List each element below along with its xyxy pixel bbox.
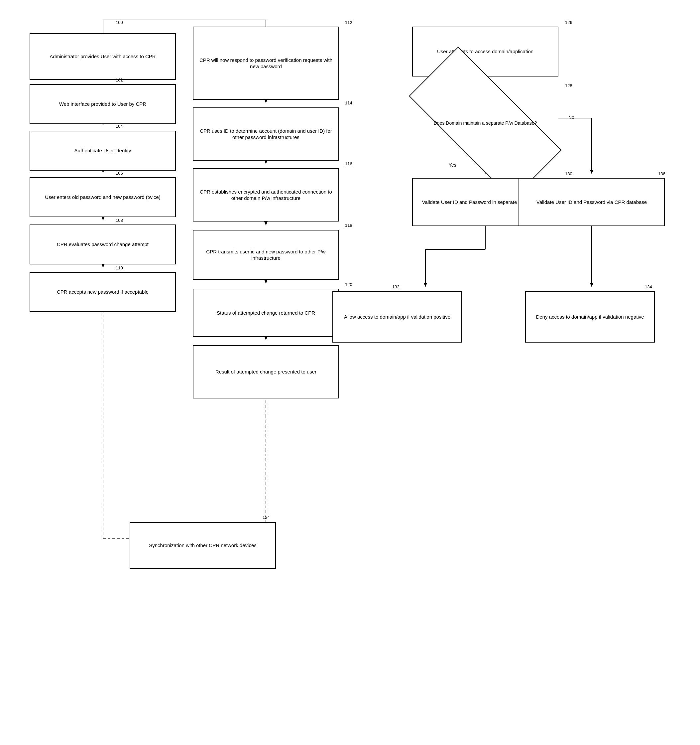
ref-136: 136 [658,171,666,176]
flowchart: 100 Administrator provides User with acc… [0,0,700,745]
box-106: User enters old password and new passwor… [30,177,176,217]
box-122: Result of attempted change presented to … [193,345,339,398]
ref-126: 126 [565,20,572,25]
ref-100: 100 [116,20,123,25]
no-label: No [569,115,575,120]
box-132: Allow access to domain/app if validation… [332,291,462,343]
svg-marker-27 [264,280,267,284]
box-110: CPR accepts new password if acceptable [30,272,176,312]
diamond-128: Does Domain maintain a separate P/w Data… [412,88,558,158]
ref-118: 118 [345,223,352,228]
ref-114: 114 [345,100,352,105]
svg-marker-25 [264,221,267,226]
ref-124: 124 [263,515,270,520]
box-108: CPR evaluates password change attempt [30,224,176,265]
box-112: CPR will now respond to password verific… [193,27,339,100]
ref-130: 130 [565,171,572,176]
ref-112: 112 [345,20,352,25]
ref-106: 106 [116,171,123,176]
ref-116: 116 [345,161,352,166]
box-104: Authenticate User identity [30,131,176,171]
box-100: Administrator provides User with access … [30,33,176,80]
box-124: Synchronization with other CPR network d… [130,522,276,569]
ref-110: 110 [116,265,123,271]
box-134: Deny access to domain/app if validation … [525,291,655,343]
svg-marker-53 [590,283,593,287]
ref-128: 128 [565,83,572,88]
svg-marker-46 [590,170,593,174]
ref-134: 134 [645,284,652,289]
ref-102: 102 [116,78,123,82]
ref-108: 108 [116,218,123,223]
ref-104: 104 [116,124,123,129]
box-126: User attempts to access domain/applicati… [412,27,558,76]
box-116: CPR establishes encrypted and authentica… [193,168,339,221]
box-136: Validate User ID and Password via CPR da… [518,178,665,226]
box-102: Web interface provided to User by CPR [30,84,176,124]
svg-marker-50 [424,283,427,287]
box-114: CPR uses ID to determine account (domain… [193,108,339,161]
box-120: Status of attempted change returned to C… [193,289,339,337]
box-118: CPR transmits user id and new password t… [193,230,339,280]
ref-120: 120 [345,282,352,287]
yes-label: Yes [449,162,456,168]
ref-132: 132 [392,284,400,289]
